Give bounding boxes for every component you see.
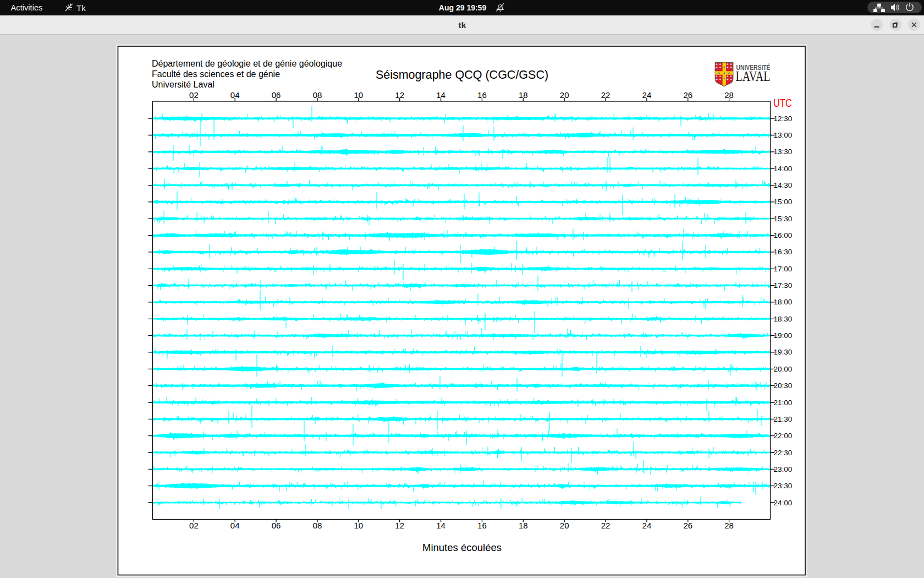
svg-text:04: 04	[230, 90, 240, 100]
svg-text:08: 08	[313, 90, 322, 100]
svg-text:18: 18	[519, 90, 528, 100]
svg-text:13:30: 13:30	[774, 148, 793, 156]
svg-text:26: 26	[683, 90, 692, 100]
svg-text:23:00: 23:00	[774, 465, 793, 473]
svg-text:17:00: 17:00	[774, 265, 793, 273]
svg-text:18:30: 18:30	[774, 315, 793, 323]
svg-text:16: 16	[477, 521, 487, 530]
svg-text:Faculté des sciences et de gén: Faculté des sciences et de génie	[152, 69, 280, 79]
svg-text:23:30: 23:30	[774, 482, 793, 490]
svg-text:Département de géologie et de: Département de géologie et de génie géol…	[152, 59, 342, 68]
svg-text:UTC: UTC	[773, 97, 792, 109]
svg-text:02: 02	[189, 521, 199, 530]
svg-text:20: 20	[560, 90, 569, 100]
svg-text:12:30: 12:30	[774, 114, 793, 123]
svg-text:20:30: 20:30	[774, 381, 793, 390]
svg-text:18: 18	[519, 521, 528, 530]
svg-text:22: 22	[601, 521, 610, 530]
svg-text:19:00: 19:00	[774, 331, 793, 340]
svg-text:21:30: 21:30	[774, 415, 793, 423]
svg-text:Tk: Tk	[76, 3, 86, 13]
svg-text:14:30: 14:30	[774, 181, 793, 189]
svg-text:16:30: 16:30	[774, 248, 793, 256]
svg-text:06: 06	[272, 521, 281, 530]
svg-text:16:00: 16:00	[774, 231, 793, 239]
svg-text:12: 12	[395, 90, 404, 100]
svg-text:Minutes écoulées: Minutes écoulées	[422, 542, 502, 553]
svg-text:24:00: 24:00	[774, 499, 793, 507]
svg-text:LAVAL: LAVAL	[736, 69, 771, 84]
svg-text:02: 02	[189, 90, 199, 100]
svg-text:Séismographe QCQ (CGC/GSC): Séismographe QCQ (CGC/GSC)	[376, 68, 548, 81]
svg-text:16: 16	[477, 90, 487, 100]
svg-text:04: 04	[230, 521, 240, 530]
svg-text:24: 24	[642, 90, 652, 100]
svg-text:28: 28	[724, 90, 734, 100]
svg-text:14: 14	[436, 90, 446, 100]
svg-text:15:00: 15:00	[774, 198, 793, 206]
svg-text:22: 22	[601, 90, 610, 100]
svg-text:15:30: 15:30	[774, 215, 793, 223]
svg-text:Aug 29 19:59: Aug 29 19:59	[439, 3, 487, 12]
svg-text:06: 06	[272, 90, 281, 100]
svg-text:17:30: 17:30	[774, 281, 793, 290]
svg-text:18:00: 18:00	[774, 298, 793, 306]
svg-text:22:30: 22:30	[774, 449, 793, 457]
svg-text:10: 10	[354, 90, 363, 100]
svg-text:12: 12	[395, 521, 404, 530]
svg-text:08: 08	[313, 521, 322, 530]
svg-text:Université Laval: Université Laval	[152, 80, 215, 89]
svg-text:14:00: 14:00	[774, 165, 793, 173]
svg-text:14: 14	[436, 521, 446, 530]
svg-text:26: 26	[683, 521, 692, 530]
svg-text:tk: tk	[459, 20, 466, 30]
svg-text:28: 28	[724, 521, 734, 530]
svg-text:Activities: Activities	[11, 3, 43, 12]
svg-text:13:00: 13:00	[774, 131, 793, 139]
svg-text:22:00: 22:00	[774, 432, 793, 440]
svg-text:19:30: 19:30	[774, 348, 793, 356]
svg-text:24: 24	[642, 521, 652, 530]
svg-text:10: 10	[354, 521, 363, 530]
svg-text:21:00: 21:00	[774, 399, 793, 407]
svg-text:20:00: 20:00	[774, 365, 793, 373]
svg-text:20: 20	[560, 521, 569, 530]
